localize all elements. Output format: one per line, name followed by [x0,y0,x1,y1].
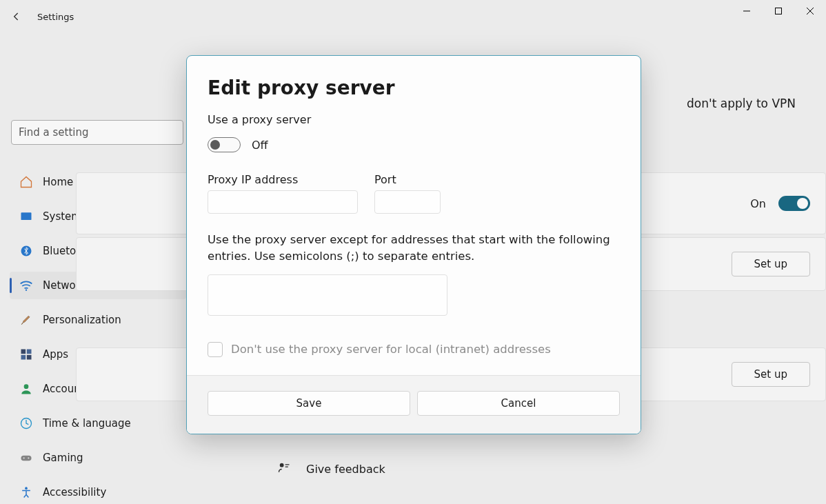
proxy-ip-input[interactable] [208,190,358,214]
bypass-local-checkbox[interactable] [208,342,223,357]
bypass-local-label: Don't use the proxy server for local (in… [231,343,551,356]
save-button[interactable]: Save [208,391,410,416]
use-proxy-toggle[interactable] [208,137,241,152]
dialog-title: Edit proxy server [208,77,620,99]
proxy-ip-label: Proxy IP address [208,173,358,186]
toggle-state-label: Off [252,139,268,152]
exceptions-label: Use the proxy server except for addresse… [208,232,620,265]
dialog-footer: Save Cancel [187,375,641,434]
use-proxy-label: Use a proxy server [208,113,620,126]
exceptions-input[interactable] [208,274,447,316]
proxy-port-input[interactable] [374,190,441,214]
proxy-port-label: Port [374,173,441,186]
edit-proxy-dialog: Edit proxy server Use a proxy server Off… [186,55,641,434]
cancel-button[interactable]: Cancel [417,391,620,416]
